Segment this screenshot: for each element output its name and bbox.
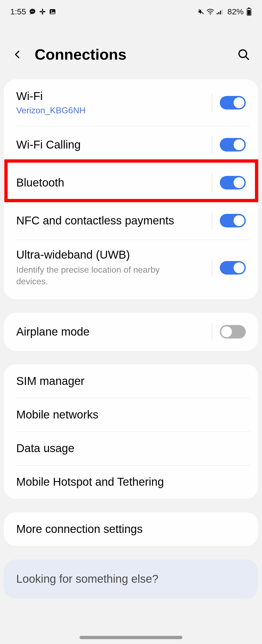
battery-icon — [246, 8, 252, 16]
gesture-bar[interactable] — [80, 636, 182, 639]
svg-point-2 — [33, 11, 34, 12]
back-button[interactable] — [11, 48, 24, 61]
connections-group-3: SIM manager Mobile networks Data usage M… — [4, 364, 258, 499]
airplane-title: Airplane mode — [16, 325, 212, 338]
messages-icon — [29, 8, 36, 15]
svg-rect-5 — [40, 11, 42, 12]
battery-percent: 82% — [227, 7, 244, 16]
search-button[interactable] — [236, 47, 251, 62]
connections-group-4: More connection settings — [4, 512, 258, 546]
uwb-toggle[interactable] — [220, 261, 246, 275]
wifi-title: Wi-Fi — [16, 90, 212, 103]
wifi-network: Verizon_KBG6NH — [16, 105, 212, 115]
airplane-row[interactable]: Airplane mode — [4, 313, 258, 351]
mobile-networks-title: Mobile networks — [16, 408, 246, 421]
svg-rect-13 — [220, 11, 221, 14]
status-right: 82% — [198, 7, 252, 16]
svg-point-0 — [31, 11, 32, 12]
signal-icon — [216, 8, 224, 15]
data-usage-row[interactable]: Data usage — [4, 432, 258, 465]
status-left: 1:55 — [10, 7, 56, 16]
search-icon — [237, 48, 250, 61]
more-settings-row[interactable]: More connection settings — [4, 512, 258, 546]
svg-rect-6 — [43, 11, 45, 12]
svg-rect-11 — [217, 13, 218, 14]
more-settings-title: More connection settings — [16, 523, 246, 536]
header: Connections — [0, 21, 262, 79]
airplane-toggle[interactable] — [220, 325, 246, 339]
svg-point-8 — [51, 10, 53, 12]
nfc-toggle[interactable] — [220, 214, 246, 227]
chevron-left-icon — [13, 49, 22, 60]
nfc-row[interactable]: NFC and contactless payments — [4, 202, 258, 240]
slack-icon — [39, 8, 46, 15]
nfc-title: NFC and contactless payments — [16, 214, 212, 227]
mute-icon — [198, 8, 205, 15]
suggestion-card[interactable]: Looking for something else? — [4, 559, 258, 598]
svg-rect-17 — [247, 10, 250, 15]
wifi-calling-toggle[interactable] — [220, 138, 246, 152]
sim-manager-row[interactable]: SIM manager — [4, 364, 258, 398]
wifi-calling-row[interactable]: Wi-Fi Calling — [4, 126, 258, 164]
uwb-title: Ultra-wideband (UWB) — [16, 248, 212, 261]
wifi-calling-title: Wi-Fi Calling — [16, 138, 212, 151]
connections-group-1: Wi-Fi Verizon_KBG6NH Wi-Fi Calling Bluet… — [4, 79, 258, 299]
hotspot-row[interactable]: Mobile Hotspot and Tethering — [4, 465, 258, 499]
photo-icon — [49, 8, 56, 15]
svg-point-10 — [210, 14, 211, 15]
suggestion-text: Looking for something else? — [16, 572, 246, 585]
svg-rect-4 — [42, 12, 43, 15]
page-title: Connections — [35, 46, 226, 63]
svg-rect-3 — [42, 9, 43, 11]
status-time: 1:55 — [10, 7, 26, 16]
svg-point-1 — [32, 11, 33, 12]
svg-rect-12 — [218, 12, 220, 14]
hotspot-title: Mobile Hotspot and Tethering — [16, 475, 246, 488]
data-usage-title: Data usage — [16, 442, 246, 455]
bluetooth-row[interactable]: Bluetooth — [4, 164, 258, 202]
wifi-row[interactable]: Wi-Fi Verizon_KBG6NH — [4, 79, 258, 126]
connections-group-2: Airplane mode — [4, 313, 258, 351]
wifi-toggle[interactable] — [220, 96, 246, 110]
sim-title: SIM manager — [16, 375, 246, 388]
uwb-row[interactable]: Ultra-wideband (UWB) Identify the precis… — [4, 240, 258, 299]
mobile-networks-row[interactable]: Mobile networks — [4, 398, 258, 432]
bluetooth-title: Bluetooth — [16, 176, 212, 189]
svg-line-19 — [246, 57, 248, 59]
uwb-description: Identify the precise location of nearby … — [16, 264, 179, 287]
wifi-icon — [206, 8, 214, 15]
bluetooth-toggle[interactable] — [220, 176, 246, 189]
status-bar: 1:55 82% — [0, 0, 262, 21]
svg-rect-14 — [222, 9, 223, 14]
